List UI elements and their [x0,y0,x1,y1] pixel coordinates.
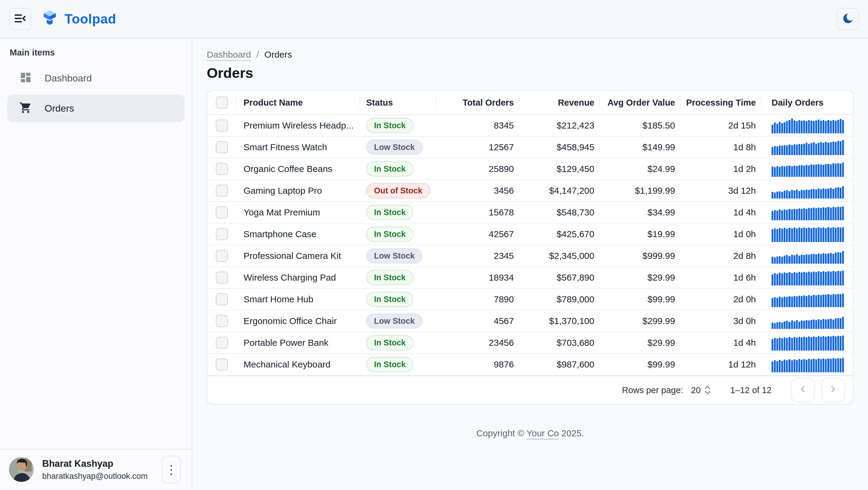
theme-toggle-button[interactable] [837,8,859,30]
sparkline-bar [825,189,827,199]
breadcrumb-separator: / [256,50,259,60]
sparkline-bar [774,167,776,177]
row-checkbox[interactable] [216,337,228,349]
sparkline-bar [779,209,781,220]
sparkline-bar [842,317,844,329]
sparkline-bar [779,122,781,133]
column-header-revenue[interactable]: Revenue [519,91,600,114]
column-header-daily-orders[interactable]: Daily Orders [761,91,853,114]
sparkline-bar [803,255,805,264]
sparkline-bar [803,120,805,133]
column-header-product[interactable]: Product Name [236,91,360,114]
sparkline-bar [779,256,781,264]
row-checkbox[interactable] [216,293,228,305]
row-checkbox[interactable] [216,141,228,153]
column-header-status[interactable]: Status [360,91,436,114]
sidebar: Main items Dashboard Orders [0,39,192,489]
sparkline-bar [796,360,798,372]
copyright-prefix: Copyright © [476,428,527,438]
sparkline-bar [815,208,817,220]
row-checkbox[interactable] [216,271,228,284]
table-row[interactable]: Mechanical Keyboard In Stock 9876 $987,6… [207,354,853,376]
select-all-checkbox[interactable] [216,96,228,109]
sparkline-bar [794,337,795,351]
sparkline-bar [832,254,834,264]
sparkline-bar [813,319,815,329]
sparkline-bar [832,319,834,329]
table-row[interactable]: Smartphone Case In Stock 42567 $425,670 … [207,224,853,245]
sparkline-bar [774,323,776,329]
table-row[interactable]: Portable Power Bank In Stock 23456 $703,… [207,332,853,354]
column-header-processing-time[interactable]: Processing Time [681,91,761,114]
sparkline-bar [788,322,790,329]
table-row[interactable]: Smart Home Hub In Stock 7890 $789,000 $9… [207,289,853,311]
sparkline-bar [835,207,837,220]
row-checkbox[interactable] [216,358,228,371]
avg-order-value-cell: $24.99 [600,164,681,174]
sparkline-bar [798,208,800,220]
row-checkbox[interactable] [216,250,228,262]
sparkline-bar [825,254,827,264]
sidebar-item-label: Dashboard [44,73,92,84]
sparkline-bar [837,163,839,177]
sidebar-item-dashboard[interactable]: Dashboard [7,64,184,92]
sparkline-bar [808,295,810,307]
table-row[interactable]: Wireless Charging Pad In Stock 18934 $56… [207,267,853,289]
breadcrumb-link-dashboard[interactable]: Dashboard [207,50,251,60]
sparkline-bar [808,120,810,133]
sparkline-bar [837,294,839,307]
rows-per-page-select[interactable]: 20 [691,385,710,395]
toolpad-logo-icon [40,9,59,29]
collapse-menu-button[interactable] [9,8,31,30]
row-checkbox[interactable] [216,315,228,327]
table-row[interactable]: Ergonomic Office Chair Low Stock 4567 $1… [207,311,853,332]
row-checkbox[interactable] [216,185,228,197]
shopping-cart-icon [19,102,32,115]
sparkline-bar [835,253,837,264]
sparkline-bar [798,272,800,285]
sparkline-bar [796,320,798,329]
company-link[interactable]: Your Co [527,428,559,438]
sparkline-bar [825,121,827,133]
sparkline-bar [827,227,829,242]
sparkline-bar [776,298,778,307]
sparkline-bar [832,189,834,199]
table-row[interactable]: Organic Coffee Beans In Stock 25890 $129… [207,158,853,180]
sparkline-bar [825,337,827,351]
breadcrumb-current: Orders [264,50,292,60]
avg-order-value-cell: $34.99 [600,207,681,218]
table-row[interactable]: Gaming Laptop Pro Out of Stock 3456 $4,1… [207,180,853,202]
rows-per-page-stepper-icon[interactable] [705,386,710,394]
table-row[interactable]: Premium Wireless Headp... In Stock 8345 … [207,115,853,137]
sparkline-bar [832,207,834,220]
avg-order-value-cell: $149.99 [600,142,681,152]
sparkline-bar [806,143,807,155]
sparkline-bar [781,361,783,372]
sparkline-bar [794,272,795,285]
next-page-button[interactable] [821,378,845,402]
sparkline-bar [818,164,819,177]
processing-time-cell: 1d 4h [681,338,761,348]
column-header-avg-order-value[interactable]: Avg Order Value [600,91,681,114]
sparkline-bar [794,209,795,220]
column-header-total-orders[interactable]: Total Orders [436,91,519,114]
sparkline-bar [791,360,793,372]
sparkline-bar [794,166,795,177]
row-checkbox[interactable] [216,163,228,175]
sparkline-bar [842,271,844,285]
table-row[interactable]: Professional Camera Kit Low Stock 2345 $… [207,245,853,267]
sparkline-bar [830,319,832,329]
sparkline-bar [815,228,817,242]
brand-home-link[interactable]: Toolpad [40,9,116,29]
sidebar-item-orders[interactable]: Orders [7,94,184,122]
user-menu-button[interactable]: ⋮ [161,456,181,483]
row-checkbox[interactable] [216,206,228,219]
sparkline-bar [794,228,795,242]
sparkline-bar [813,359,815,372]
table-row[interactable]: Smart Fitness Watch Low Stock 12567 $458… [207,137,853,158]
table-row[interactable]: Yoga Mat Premium In Stock 15678 $548,730… [207,202,853,224]
row-checkbox[interactable] [216,228,228,240]
previous-page-button[interactable] [791,378,815,402]
row-checkbox[interactable] [216,119,228,132]
product-name-cell: Professional Camera Kit [236,251,360,261]
